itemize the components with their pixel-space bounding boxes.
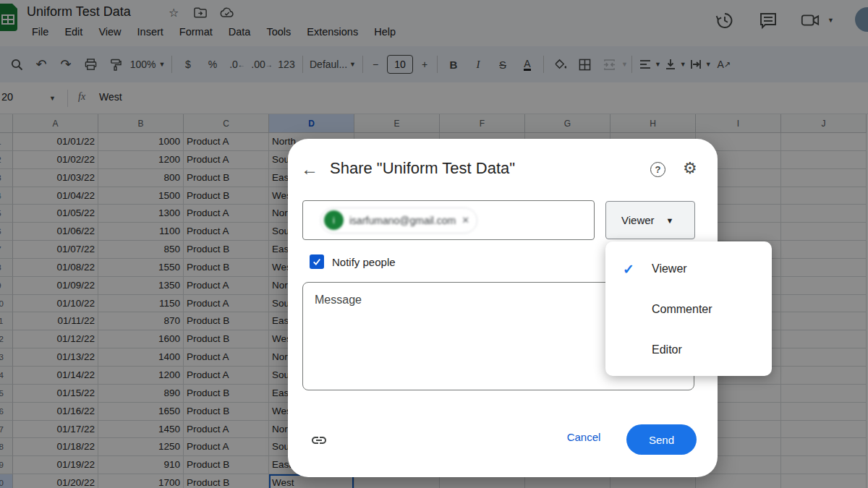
back-button[interactable]: ← [299, 159, 320, 179]
copy-link-icon[interactable] [310, 432, 328, 449]
share-dialog-title: Share "Uniform Test Data" [330, 159, 515, 178]
role-dropdown-button[interactable]: Viewer ▼ [605, 201, 695, 239]
notify-people-label: Notify people [332, 256, 396, 268]
recipient-chip[interactable]: i isarfumano@gmail.com ✕ [320, 207, 477, 234]
send-button[interactable]: Send [626, 424, 697, 455]
notify-people-checkbox[interactable] [310, 254, 324, 269]
checkmark-icon [312, 257, 322, 267]
recipients-input[interactable]: i isarfumano@gmail.com ✕ [302, 200, 595, 240]
settings-gear-icon[interactable]: ⚙ [683, 159, 697, 178]
cancel-button[interactable]: Cancel [558, 431, 609, 443]
check-icon: ✓ [605, 261, 652, 278]
recipient-email: isarfumano@gmail.com [349, 215, 456, 226]
role-menu: ✓ Viewer Commenter Editor [605, 241, 772, 376]
recipient-avatar: i [324, 210, 344, 230]
role-menu-item-commenter[interactable]: Commenter [605, 289, 772, 330]
google-sheets-app: Uniform Test Data ☆ File Edit View Inser… [0, 0, 868, 488]
chip-remove-icon[interactable]: ✕ [461, 215, 469, 226]
role-dropdown-caret-icon: ▼ [666, 216, 674, 225]
role-menu-item-editor[interactable]: Editor [605, 330, 772, 370]
help-icon[interactable]: ? [650, 162, 665, 177]
role-menu-item-viewer[interactable]: ✓ Viewer [605, 249, 772, 289]
